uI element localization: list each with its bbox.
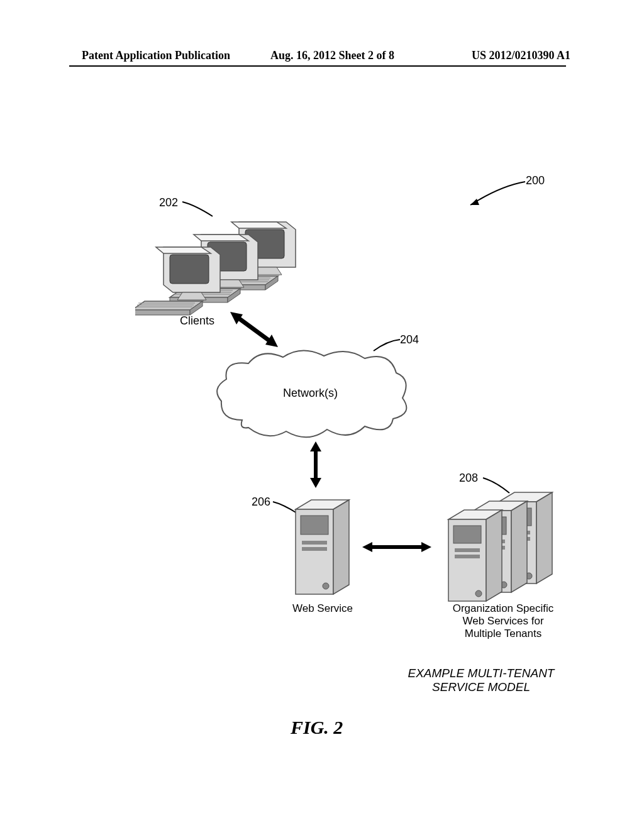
svg-marker-17: [421, 542, 431, 552]
webservice-label: Web Service: [292, 602, 353, 615]
figure-caption-l1: EXAMPLE MULTI-TENANT: [408, 667, 555, 680]
header-left: Patent Application Publication: [82, 49, 230, 62]
svg-rect-13: [302, 547, 327, 551]
ref-208: 208: [459, 472, 478, 485]
clients-label: Clients: [180, 314, 214, 328]
page: Patent Application Publication Aug. 16, …: [0, 0, 644, 830]
figure-number: FIG. 2: [291, 717, 343, 738]
ref-200: 200: [526, 174, 545, 187]
orgservices-label-l2: Web Services for: [462, 615, 543, 627]
header-right: US 2012/0210390 A1: [472, 49, 570, 62]
arrow-webservice-org-icon: [360, 538, 435, 556]
svg-rect-11: [301, 516, 328, 534]
svg-marker-16: [362, 542, 372, 552]
ref-202: 202: [159, 196, 178, 209]
networks-label: Network(s): [283, 387, 338, 400]
header-mid: Aug. 16, 2012 Sheet 2 of 8: [270, 49, 394, 62]
svg-marker-0: [470, 199, 479, 205]
figure-caption-l2: SERVICE MODEL: [432, 680, 530, 694]
svg-line-5: [235, 316, 273, 343]
ref-206: 206: [252, 495, 270, 509]
svg-point-14: [323, 583, 329, 589]
orgservices-label-l1: Organization Specific: [453, 602, 554, 614]
clients-icon: [135, 211, 318, 324]
header-rule: [69, 65, 566, 67]
svg-rect-12: [302, 541, 327, 545]
svg-marker-9: [310, 441, 321, 451]
webservice-icon: [289, 497, 365, 604]
orgservices-icon: [433, 485, 565, 605]
arrow-network-webservice-icon: [306, 440, 325, 490]
svg-marker-10: [310, 478, 321, 488]
figure-caption: EXAMPLE MULTI-TENANT SERVICE MODEL: [390, 667, 572, 694]
orgservices-label-l3: Multiple Tenants: [465, 628, 542, 639]
leader-200-icon: [465, 180, 528, 211]
orgservices-label: Organization Specific Web Services for M…: [440, 602, 566, 640]
